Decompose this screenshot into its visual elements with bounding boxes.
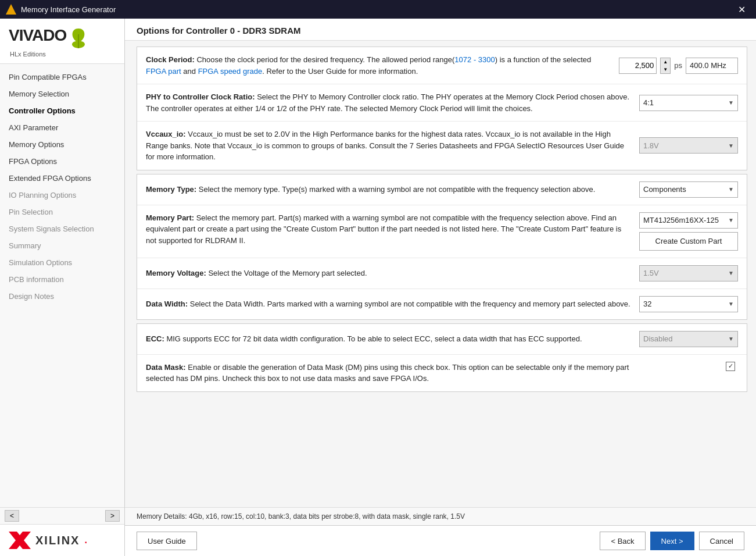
data-width-label: Data Width: xyxy=(146,300,188,308)
scroll-right-button[interactable]: > xyxy=(105,510,120,522)
memory-details: Memory Details: 4Gb, x16, row:15, col:10… xyxy=(125,507,756,525)
data-mask-desc: Data Mask: Enable or disable the generat… xyxy=(146,362,630,384)
app-icon xyxy=(6,4,16,15)
xilinx-logo-icon xyxy=(9,532,31,549)
sidebar-item-summary[interactable]: Summary xyxy=(0,237,124,254)
sidebar-nav: Pin Compatible FPGAsMemory SelectionCont… xyxy=(0,64,124,507)
scrollable-content[interactable]: Clock Period: Choose the clock period fo… xyxy=(125,41,756,507)
sidebar-xilinx: XILINX . xyxy=(0,524,124,556)
memory-part-value: MT41J256m16XX-125 xyxy=(643,216,719,224)
data-width-control: 32 ▼ xyxy=(639,296,738,312)
sidebar-logo: VIVADO HLx Editions xyxy=(0,19,124,64)
option-group-clock: Clock Period: Choose the clock period fo… xyxy=(137,47,747,170)
titlebar: Memory Interface Generator ✕ xyxy=(0,0,756,19)
clock-freq-display: 400.0 MHz xyxy=(686,58,738,74)
vccaux-desc: Vccaux_io: Vccaux_io must be set to 2.0V… xyxy=(146,129,630,163)
phy-ratio-desc: PHY to Controller Clock Ratio: Select th… xyxy=(146,91,630,114)
ecc-select[interactable]: Disabled ▼ xyxy=(639,331,738,347)
memory-voltage-select[interactable]: 1.5V ▼ xyxy=(639,265,738,281)
back-button[interactable]: < Back xyxy=(600,532,645,550)
sidebar-item-extended-fpga-options[interactable]: Extended FPGA Options xyxy=(0,170,124,187)
data-width-row: Data Width: Select the Data Width. Parts… xyxy=(137,289,747,319)
vccaux-select[interactable]: 1.8V ▼ xyxy=(639,137,738,154)
footer-right: < Back Next > Cancel xyxy=(600,532,744,550)
memory-details-label: Memory Details: 4Gb, x16, row:15, col:10… xyxy=(137,512,465,521)
phy-ratio-arrow-icon: ▼ xyxy=(728,99,734,106)
vccaux-arrow-icon: ▼ xyxy=(728,142,734,149)
memory-type-desc: Memory Type: Select the memory type. Typ… xyxy=(146,184,630,195)
ecc-control: Disabled ▼ xyxy=(639,331,738,347)
memory-type-select[interactable]: Components ▼ xyxy=(639,181,738,198)
xilinx-logo: XILINX . xyxy=(9,532,116,549)
phy-ratio-select[interactable]: 4:1 ▼ xyxy=(639,95,738,111)
sidebar-item-memory-selection[interactable]: Memory Selection xyxy=(0,85,124,102)
ecc-arrow-icon: ▼ xyxy=(728,336,734,342)
data-mask-checkbox[interactable]: ✓ xyxy=(726,362,735,371)
memory-type-value: Components xyxy=(643,185,686,194)
sidebar-item-system-signals-selection[interactable]: System Signals Selection xyxy=(0,220,124,237)
clock-period-down[interactable]: ▼ xyxy=(661,66,670,73)
scroll-left-button[interactable]: < xyxy=(5,510,19,522)
memory-voltage-desc: Memory Voltage: Select the Voltage of th… xyxy=(146,268,630,279)
cancel-button[interactable]: Cancel xyxy=(699,532,744,550)
vivado-text: VIVADO xyxy=(9,27,66,44)
fpga-speed-link[interactable]: FPGA speed grade xyxy=(198,67,263,76)
data-width-arrow-icon: ▼ xyxy=(728,301,734,307)
xilinx-text: XILINX xyxy=(35,534,80,547)
data-mask-row: Data Mask: Enable or disable the generat… xyxy=(137,355,747,391)
option-group-ecc: ECC: MIG supports ECC for 72 bit data wi… xyxy=(137,323,747,392)
content-header: Options for Controller 0 - DDR3 SDRAM xyxy=(125,19,756,41)
clock-period-label: Clock Period: xyxy=(146,55,195,64)
clock-period-range: 1072 - 3300 xyxy=(454,55,495,64)
close-button[interactable]: ✕ xyxy=(733,2,750,17)
sidebar-item-memory-options[interactable]: Memory Options xyxy=(0,136,124,153)
phy-ratio-row: PHY to Controller Clock Ratio: Select th… xyxy=(137,84,747,122)
sidebar-item-simulation-options[interactable]: Simulation Options xyxy=(0,254,124,271)
memory-part-label: Memory Part: xyxy=(146,213,194,222)
clock-period-control: ▲ ▼ ps 400.0 MHz xyxy=(619,58,738,74)
fpga-part-link[interactable]: FPGA part xyxy=(146,67,181,76)
vccaux-row: Vccaux_io: Vccaux_io must be set to 2.0V… xyxy=(137,122,747,170)
sidebar-item-pin-compatible[interactable]: Pin Compatible FPGAs xyxy=(0,69,124,85)
sidebar-item-axi-parameter[interactable]: AXI Parameter xyxy=(0,119,124,136)
clock-freq-value: 400.0 MHz xyxy=(690,61,726,70)
sidebar-item-fpga-options[interactable]: FPGA Options xyxy=(0,153,124,170)
data-width-select[interactable]: 32 ▼ xyxy=(639,296,738,312)
clock-period-row: Clock Period: Choose the clock period fo… xyxy=(137,47,747,84)
titlebar-left: Memory Interface Generator xyxy=(6,4,116,15)
data-width-value: 32 xyxy=(643,300,651,308)
create-custom-part-button[interactable]: Create Custom Part xyxy=(639,232,738,251)
data-mask-control: ✓ xyxy=(639,362,738,371)
memory-voltage-value: 1.5V xyxy=(643,269,659,277)
main-layout: VIVADO HLx Editions Pin Compatible FPGAs… xyxy=(0,19,756,556)
sidebar-scroll-controls: < > xyxy=(0,507,124,524)
memory-part-select[interactable]: MT41J256m16XX-125 ▼ xyxy=(639,212,738,229)
data-width-desc: Data Width: Select the Data Width. Parts… xyxy=(146,298,630,310)
phy-ratio-value: 4:1 xyxy=(643,98,654,107)
vivado-logo: VIVADO xyxy=(9,27,116,49)
sidebar-item-pcb-information[interactable]: PCB information xyxy=(0,271,124,288)
sidebar-item-design-notes[interactable]: Design Notes xyxy=(0,288,124,305)
sidebar-item-pin-selection[interactable]: Pin Selection xyxy=(0,204,124,220)
option-group-memory: Memory Type: Select the memory type. Typ… xyxy=(137,174,747,320)
sidebar-item-controller-options[interactable]: Controller Options xyxy=(0,102,124,119)
memory-voltage-control: 1.5V ▼ xyxy=(639,265,738,281)
clock-period-up[interactable]: ▲ xyxy=(661,58,670,66)
data-mask-label: Data Mask: xyxy=(146,363,186,372)
phy-ratio-control: 4:1 ▼ xyxy=(639,95,738,111)
sidebar-item-io-planning-options[interactable]: IO Planning Options xyxy=(0,187,124,204)
memory-part-desc: Memory Part: Select the memory part. Par… xyxy=(146,212,630,247)
vccaux-value: 1.8V xyxy=(643,141,659,150)
memory-type-arrow-icon: ▼ xyxy=(728,186,734,193)
user-guide-button[interactable]: User Guide xyxy=(137,532,197,550)
memory-type-control: Components ▼ xyxy=(639,181,738,198)
ecc-label: ECC: xyxy=(146,334,164,343)
data-mask-check-icon: ✓ xyxy=(728,362,733,370)
clock-period-input[interactable] xyxy=(619,58,657,74)
vivado-leaf-icon xyxy=(69,27,88,49)
memory-part-controls: MT41J256m16XX-125 ▼ Create Custom Part xyxy=(639,212,738,251)
vccaux-label: Vccaux_io: xyxy=(146,130,186,138)
ecc-value: Disabled xyxy=(643,334,673,343)
next-button[interactable]: Next > xyxy=(650,532,694,550)
memory-voltage-label: Memory Voltage: xyxy=(146,269,206,277)
